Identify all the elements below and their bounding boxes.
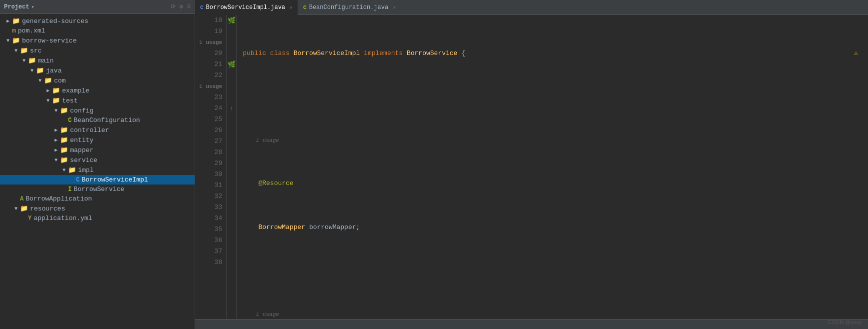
watermark: CSDN @vcoy [828,319,862,325]
tree-label: example [62,87,90,94]
folder-icon: 📁 [60,126,68,134]
tree-item-borrow-service-impl[interactable]: C BorrowServiceImpl [0,175,195,184]
folder-icon: 📁 [36,66,44,74]
gutter-impl-marker: ↑ [230,106,233,112]
close-tab-icon[interactable]: ✕ [393,4,396,10]
tree-item-mapper[interactable]: ▶ 📁 mapper [0,145,195,155]
folder-icon: 📁 [60,146,68,154]
tree-label: com [54,77,66,84]
status-bar: CSDN @vcoy [195,319,868,329]
tree-label: test [62,97,78,104]
folder-icon: 📁 [12,17,20,25]
arrow-icon: ▶ [4,18,12,24]
folder-icon: 📁 [60,106,68,114]
tree-label: main [38,57,54,64]
tabs-bar: C BorrowServiceImpl.java ✕ C BeanConfigu… [195,0,868,15]
line-numbers: 18 19 1 usage 20 21 22 1 usage 23 24 25 … [195,15,227,319]
arrow-icon: ▼ [28,68,36,74]
refresh-icon[interactable]: ⟳ [171,3,176,10]
folder-icon: 📁 [60,156,68,164]
code-line-22 [243,266,862,277]
arrow-icon: ▼ [12,206,20,212]
arrow-icon: ▼ [52,158,60,163]
tree-item-service[interactable]: ▼ 📁 service [0,155,195,165]
tree-item-test[interactable]: ▼ 📁 test [0,96,195,106]
arrow-icon: ▼ [12,48,20,54]
tree-item-com[interactable]: ▼ 📁 com [0,76,195,86]
gear-icon[interactable]: ⚙ [180,3,183,10]
arrow-icon: ▼ [60,168,68,173]
folder-icon: 📁 [52,96,60,104]
java-file-icon: C [303,4,307,10]
tree-item-borrow-application[interactable]: A BorrowApplication [0,194,195,204]
tree-item-generated-sources[interactable]: ▶ 📁 generated-sources [0,16,195,26]
tree-label: config [70,107,94,114]
code-line-usage1: 1 usage [243,136,862,145]
folder-icon: 📁 [52,86,60,94]
folder-icon: 📁 [60,136,68,144]
tab-bean-configuration[interactable]: C BeanConfiguration.java ✕ [298,0,401,15]
tree-item-borrow-service[interactable]: ▼ 📁 borrow-service [0,36,195,46]
tree-label: service [70,156,98,164]
tree-label: mapper [70,146,94,154]
tree-label: BorrowApplication [26,195,92,202]
file-tree: ▶ 📁 generated-sources m pom.xml ▼ 📁 borr… [0,14,195,329]
code-line-19 [243,92,862,103]
tree-label: application.yml [34,214,92,222]
tree-item-borrow-service-iface[interactable]: I BorrowService [0,184,195,194]
tree-item-config[interactable]: ▼ 📁 config [0,106,195,116]
tree-label: entity [70,136,94,144]
code-line-18: public class BorrowServiceImpl implement… [243,48,862,59]
code-content[interactable]: public class BorrowServiceImpl implement… [237,15,868,319]
gutter-marker: 🌿 [228,60,236,68]
tree-label: BeanConfiguration [74,116,140,124]
close-tab-icon[interactable]: ✕ [290,4,293,10]
project-chevron[interactable]: ▾ [31,4,34,10]
interface-icon: I [68,186,72,193]
tree-item-bean-configuration[interactable]: C BeanConfiguration [0,116,195,125]
tree-item-example[interactable]: ▶ 📁 example [0,86,195,96]
arrow-icon: ▶ [52,137,60,143]
tree-label: controller [70,126,109,134]
folder-icon: 📁 [68,166,76,174]
arrow-icon: ▼ [36,78,44,84]
yml-icon: Y [28,215,32,222]
folder-icon: 📁 [28,56,36,64]
tree-item-src[interactable]: ▼ 📁 src [0,46,195,56]
tree-item-controller[interactable]: ▶ 📁 controller [0,125,195,135]
folder-icon: 📁 [12,36,20,44]
tree-label: src [30,47,42,54]
tree-item-main[interactable]: ▼ 📁 main [0,56,195,66]
tree-item-resources[interactable]: ▼ 📁 resources [0,204,195,214]
xml-icon: m [12,27,16,34]
arrow-icon: ▼ [44,98,52,104]
interface-icon: C [68,117,72,124]
class-icon: C [76,176,80,184]
tree-label: resources [30,205,65,212]
tree-label: BorrowServiceImpl [82,176,148,184]
tree-item-impl[interactable]: ▼ 📁 impl [0,165,195,175]
folder-icon: 📁 [20,46,28,54]
folder-icon: 📁 [44,76,52,84]
arrow-icon: ▼ [52,108,60,114]
tree-label: java [46,67,62,74]
tab-label: BeanConfiguration.java [309,4,388,11]
tree-item-pom[interactable]: m pom.xml [0,26,195,36]
tree-item-application-yml[interactable]: Y application.yml [0,214,195,223]
code-editor[interactable]: 18 19 1 usage 20 21 22 1 usage 23 24 25 … [195,15,868,319]
editor-panel: C BorrowServiceImpl.java ✕ C BeanConfigu… [195,0,868,329]
project-title: Project [4,4,29,10]
tree-label: borrow-service [22,37,77,44]
code-line-usage2: 1 usage [243,310,862,319]
menu-icon[interactable]: ≡ [187,3,191,10]
gutter: 🌿 🌿 ↑ [227,15,237,319]
arrow-icon: ▼ [4,38,12,44]
tab-borrow-service-impl[interactable]: C BorrowServiceImpl.java ✕ [195,0,298,15]
tree-item-entity[interactable]: ▶ 📁 entity [0,135,195,145]
tree-label: BorrowService [74,186,124,193]
tree-label: pom.xml [18,27,46,34]
tree-item-java[interactable]: ▼ 📁 java [0,66,195,76]
arrow-icon: ▶ [52,147,60,153]
arrow-icon: ▶ [52,127,60,133]
java-file-icon: C [200,4,204,10]
